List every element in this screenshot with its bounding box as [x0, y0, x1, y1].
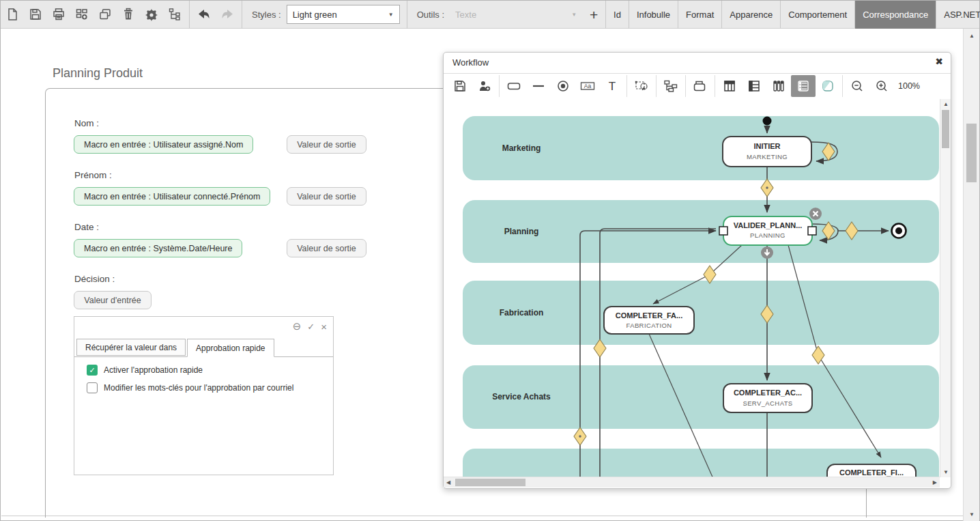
chevron-down-icon: ▼: [571, 12, 577, 18]
wf-zoom-out-button[interactable]: [845, 75, 869, 97]
print-button[interactable]: [47, 1, 70, 29]
outils-dropdown[interactable]: Texte ▼: [450, 5, 582, 23]
delete-badge[interactable]: [809, 208, 822, 220]
condition-diamond[interactable]: [812, 346, 824, 364]
tab-comportement[interactable]: Comportement: [780, 1, 854, 29]
expand-down-badge[interactable]: [761, 247, 773, 259]
wf-zoom-in-button[interactable]: [869, 75, 894, 97]
node-financier[interactable]: COMPLETER_FI...: [827, 464, 916, 477]
svg-text:T: T: [609, 80, 616, 93]
workflow-diagram[interactable]: Marketing Planning Fabrication Service A…: [444, 99, 940, 477]
scroll-left-arrow[interactable]: ◀: [446, 479, 450, 485]
workflow-panel-title: Workflow: [452, 57, 489, 68]
close-icon[interactable]: ×: [321, 321, 327, 333]
add-block-icon: [75, 8, 89, 21]
end-node[interactable]: [892, 224, 906, 238]
save-icon: [29, 8, 42, 21]
wf-table-rows-tool[interactable]: [742, 75, 766, 97]
window-vertical-scrollbar[interactable]: ▲ ▼: [963, 29, 979, 521]
macro-button-date[interactable]: Macro en entrée : Système.Date/Heure: [74, 239, 242, 257]
save-button[interactable]: [24, 1, 47, 29]
selection-handle-left[interactable]: [719, 227, 727, 235]
wf-line-tool[interactable]: [526, 75, 551, 97]
duplicate-button[interactable]: [93, 1, 117, 29]
tab-recuperer-valeur[interactable]: Récupérer la valeur dans: [76, 339, 186, 356]
label-box-icon: Aa: [579, 79, 596, 93]
styles-value: Light green: [293, 10, 337, 20]
wf-save-button[interactable]: [448, 75, 472, 97]
tabbed-pane-icon: [693, 79, 708, 93]
checkbox-checked[interactable]: ✓: [87, 365, 98, 376]
tab-correspondance[interactable]: Correspondance: [854, 1, 936, 29]
styles-dropdown[interactable]: Light green ▼: [287, 5, 400, 24]
output-value-button-nom[interactable]: Valeur de sortie: [287, 135, 366, 154]
tab-approbation-rapide[interactable]: Approbation rapide: [187, 339, 274, 357]
tree-view-button[interactable]: [163, 1, 186, 29]
close-icon[interactable]: ✖: [935, 56, 943, 67]
wf-lasso-tool[interactable]: [629, 75, 654, 97]
text-tool-icon: T: [605, 79, 619, 93]
scroll-down-arrow[interactable]: ▼: [943, 469, 949, 475]
tab-infobulle[interactable]: Infobulle: [629, 1, 678, 29]
new-document-button[interactable]: [1, 1, 24, 29]
new-document-icon: [5, 8, 19, 21]
output-value-button-date[interactable]: Valeur de sortie: [287, 239, 366, 257]
wf-label-tool[interactable]: Aa: [575, 75, 600, 97]
node-achats[interactable]: COMPLETER_AC... SERV_ACHATS: [723, 384, 812, 412]
input-value-button-decision[interactable]: Valeur d'entrée: [74, 291, 152, 309]
checkbox-unchecked[interactable]: [87, 382, 98, 393]
add-tool-button[interactable]: +: [582, 1, 605, 29]
node-initier[interactable]: INITIER MARKETING: [723, 137, 811, 167]
node-fabrication[interactable]: COMPLETER_FA... FABRICATION: [604, 307, 694, 334]
scroll-thumb[interactable]: [455, 479, 525, 486]
add-block-button[interactable]: [70, 1, 93, 29]
output-value-button-prenom[interactable]: Valeur de sortie: [287, 187, 366, 206]
macro-button-prenom[interactable]: Macro en entrée : Utilisateur connecté.P…: [74, 187, 270, 206]
macro-button-nom[interactable]: Macro en entrée : Utilisateur assigné.No…: [74, 135, 253, 154]
chevron-down-icon: ▼: [388, 12, 394, 18]
toolbar-separator: [407, 1, 407, 29]
undo-button[interactable]: [192, 1, 216, 29]
scroll-thumb[interactable]: [942, 110, 949, 148]
selection-handle-right[interactable]: [808, 227, 816, 235]
collapse-icon[interactable]: ⊖: [293, 320, 302, 333]
table-rows-icon: [747, 79, 761, 93]
duplicate-icon: [98, 8, 112, 21]
tab-aspnet[interactable]: ASP.NET: [936, 1, 980, 29]
field-label-prenom: Prénom :: [74, 170, 112, 180]
wf-orgchart-tool[interactable]: [659, 75, 683, 97]
workflow-panel-header[interactable]: Workflow ✖: [444, 53, 951, 74]
scroll-thumb[interactable]: [966, 124, 977, 182]
toolbar-separator: [242, 1, 242, 29]
wf-table-columns-tool[interactable]: [717, 75, 742, 97]
scroll-up-arrow[interactable]: ▲: [969, 33, 975, 39]
wf-add-user-button[interactable]: [472, 75, 497, 97]
apply-icon[interactable]: ✓: [307, 322, 315, 332]
workflow-horizontal-scrollbar[interactable]: ◀ ▶: [444, 477, 940, 488]
delete-button[interactable]: [117, 1, 140, 29]
wf-horizontal-lanes-tool[interactable]: [791, 75, 816, 97]
table-columns-icon: [723, 79, 736, 93]
settings-button[interactable]: [140, 1, 163, 29]
tab-id[interactable]: Id: [605, 1, 629, 29]
wf-text-tool[interactable]: T: [600, 75, 624, 97]
tab-format[interactable]: Format: [678, 1, 721, 29]
scroll-down-arrow[interactable]: ▼: [969, 511, 975, 518]
toolbar-separator: [499, 75, 500, 97]
start-node[interactable]: [763, 117, 772, 126]
scroll-right-arrow[interactable]: ▶: [933, 479, 937, 485]
wf-tabbed-pane-tool[interactable]: [688, 75, 712, 97]
scroll-up-arrow[interactable]: ▲: [943, 101, 949, 107]
wf-vertical-lanes-tool[interactable]: [766, 75, 791, 97]
tab-apparence[interactable]: Apparence: [721, 1, 780, 29]
node-title: INITIER: [753, 142, 780, 150]
add-user-icon: [478, 79, 491, 93]
wf-style-swatch-tool[interactable]: [816, 75, 840, 97]
wf-radio-tool[interactable]: [551, 75, 575, 97]
workflow-panel: Workflow ✖ Aa T: [443, 52, 951, 489]
redo-button[interactable]: [216, 1, 239, 29]
workflow-vertical-scrollbar[interactable]: ▲ ▼: [940, 99, 951, 477]
lane-label: Service Achats: [492, 392, 551, 402]
node-title: COMPLETER_FA...: [616, 311, 682, 320]
wf-rounded-rect-tool[interactable]: [502, 75, 526, 97]
